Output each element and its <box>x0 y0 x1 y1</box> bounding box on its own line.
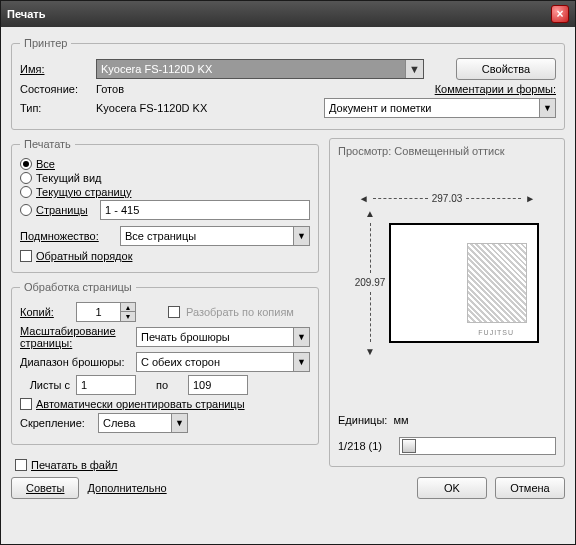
scaling-value: Печать брошюры <box>137 331 293 343</box>
print-to-file-label: Печатать в файл <box>31 459 118 471</box>
radio-current-page-label: Текущую страницу <box>36 186 131 198</box>
slider-thumb[interactable] <box>402 439 416 453</box>
comments-select[interactable]: Документ и пометки ▼ <box>324 98 556 118</box>
copies-label: Копий: <box>20 306 70 318</box>
auto-rotate-label: Автоматически ориентировать страницы <box>36 398 245 410</box>
radio-all[interactable] <box>20 158 32 170</box>
radio-current-view[interactable] <box>20 172 32 184</box>
scaling-label: Масштабирование страницы: <box>20 325 130 349</box>
preview-brand: FUJITSU <box>478 329 514 336</box>
print-to-file-checkbox[interactable] <box>15 459 27 471</box>
auto-rotate-checkbox[interactable] <box>20 398 32 410</box>
booklet-range-value: С обеих сторон <box>137 356 293 368</box>
booklet-range-select[interactable]: С обеих сторон ▼ <box>136 352 310 372</box>
preview-title: Просмотр: Совмещенный оттиск <box>338 145 556 157</box>
units-label: Единицы: <box>338 414 387 426</box>
radio-pages[interactable] <box>20 204 32 216</box>
page-preview: FUJITSU <box>389 223 539 343</box>
collate-checkbox <box>168 306 180 318</box>
reverse-checkbox[interactable] <box>20 250 32 262</box>
titlebar[interactable]: Печать × <box>1 1 575 27</box>
sheets-to-label: по <box>142 379 182 391</box>
preview-height-dim: ▲ 209.97 ▼ <box>355 208 386 357</box>
cancel-button[interactable]: Отмена <box>495 477 565 499</box>
print-range-legend: Печатать <box>20 138 75 150</box>
page-handling-legend: Обработка страницы <box>20 281 136 293</box>
radio-current-page[interactable] <box>20 186 32 198</box>
chevron-down-icon[interactable]: ▼ <box>539 99 555 117</box>
printer-name-value: Kyocera FS-1120D KX <box>101 63 212 75</box>
properties-button[interactable]: Свойства <box>456 58 556 80</box>
zoom-slider[interactable] <box>399 437 556 455</box>
printer-type-label: Тип: <box>20 102 90 114</box>
sheets-to-input[interactable] <box>188 375 248 395</box>
chevron-down-icon[interactable]: ▼ <box>171 414 187 432</box>
binding-value: Слева <box>99 417 171 429</box>
ok-button[interactable]: OK <box>417 477 487 499</box>
printer-status-value: Готов <box>96 83 124 95</box>
advanced-link[interactable]: Дополнительно <box>87 482 166 494</box>
preview-width-dim: ◄ 297.03 ► <box>359 193 535 204</box>
preview-panel: Просмотр: Совмещенный оттиск ◄ 297.03 ► … <box>329 138 565 467</box>
chevron-down-icon[interactable]: ▼ <box>293 227 309 245</box>
radio-pages-label: Страницы <box>36 204 96 216</box>
printer-name-select[interactable]: Kyocera FS-1120D KX ▼ <box>96 59 424 79</box>
units-value: мм <box>393 414 408 426</box>
printer-name-label: Имя: <box>20 63 90 75</box>
window-title: Печать <box>7 8 551 20</box>
subset-label: Подмножество: <box>20 230 114 242</box>
spin-up-icon[interactable]: ▲ <box>121 303 135 312</box>
printer-legend: Принтер <box>20 37 71 49</box>
scaling-select[interactable]: Печать брошюры ▼ <box>136 327 310 347</box>
sheets-from-label: Листы с <box>20 379 70 391</box>
chevron-down-icon[interactable]: ▼ <box>293 353 309 371</box>
copies-value: 1 <box>77 306 120 318</box>
copies-spinner[interactable]: 1 ▲▼ <box>76 302 136 322</box>
booklet-range-label: Диапазон брошюры: <box>20 356 130 368</box>
sheets-from-input[interactable] <box>76 375 136 395</box>
subset-select[interactable]: Все страницы ▼ <box>120 226 310 246</box>
printer-group: Принтер Имя: Kyocera FS-1120D KX ▼ Свойс… <box>11 37 565 130</box>
binding-label: Скрепление: <box>20 417 92 429</box>
chevron-down-icon[interactable]: ▼ <box>293 328 309 346</box>
comments-value: Документ и пометки <box>325 102 539 114</box>
radio-current-view-label: Текущий вид <box>36 172 101 184</box>
printer-type-value: Kyocera FS-1120D KX <box>96 102 207 114</box>
preview-height-value: 209.97 <box>355 277 386 288</box>
binding-select[interactable]: Слева ▼ <box>98 413 188 433</box>
pages-input[interactable] <box>100 200 310 220</box>
comments-label: Комментарии и формы: <box>435 83 556 95</box>
dialog-body: Принтер Имя: Kyocera FS-1120D KX ▼ Свойс… <box>1 27 575 544</box>
spin-down-icon[interactable]: ▼ <box>121 312 135 321</box>
print-dialog: Печать × Принтер Имя: Kyocera FS-1120D K… <box>0 0 576 545</box>
printer-status-label: Состояние: <box>20 83 90 95</box>
page-handling-group: Обработка страницы Копий: 1 ▲▼ Разобрать… <box>11 281 319 445</box>
preview-width-value: 297.03 <box>432 193 463 204</box>
reverse-label: Обратный порядок <box>36 250 132 262</box>
page-thumbnail: FUJITSU <box>467 243 527 323</box>
collate-label: Разобрать по копиям <box>186 306 294 318</box>
dialog-buttons: Советы Дополнительно OK Отмена <box>11 477 565 499</box>
print-range-group: Печатать Все Текущий вид Текущую страниц… <box>11 138 319 273</box>
chevron-down-icon[interactable]: ▼ <box>405 60 423 78</box>
subset-value: Все страницы <box>121 230 293 242</box>
tips-button[interactable]: Советы <box>11 477 79 499</box>
close-icon[interactable]: × <box>551 5 569 23</box>
radio-all-label: Все <box>36 158 55 170</box>
page-indicator: 1/218 (1) <box>338 440 393 452</box>
